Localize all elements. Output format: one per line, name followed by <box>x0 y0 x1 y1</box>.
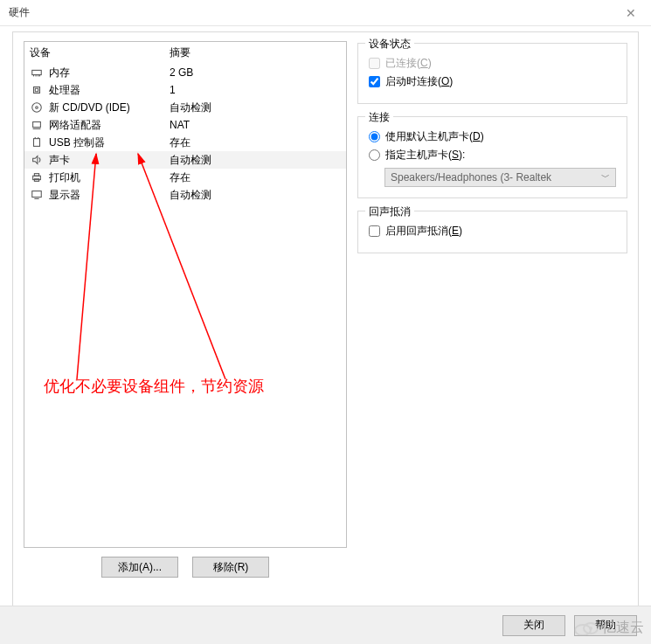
device-name: 声卡 <box>49 153 170 168</box>
help-button[interactable]: 帮助 <box>574 615 637 636</box>
combo-sound-device[interactable]: Speakers/Headphones (3- Realtek ﹀ <box>384 168 616 187</box>
radio-specify-host-sound[interactable]: 指定主机声卡(S): <box>369 148 616 163</box>
device-name: 网络适配器 <box>49 118 170 133</box>
radio-specify-input[interactable] <box>369 149 380 161</box>
svg-point-8 <box>36 107 38 109</box>
svg-rect-5 <box>34 87 40 93</box>
device-summary: 存在 <box>170 170 341 185</box>
device-name: 处理器 <box>49 83 170 98</box>
device-summary: 1 <box>170 84 341 96</box>
checkbox-connected-input <box>369 58 380 69</box>
close-button[interactable]: 关闭 <box>502 615 565 636</box>
printer-icon <box>30 170 44 184</box>
checkbox-startup-input[interactable] <box>369 76 380 87</box>
group-echo-cancel: 回声抵消 启用回声抵消(E) <box>357 211 627 253</box>
right-pane: 设备状态 已连接(C) 启动时连接(O) 连接 使用默认主机声卡(D) 指定主机… <box>357 41 627 597</box>
device-name: USB 控制器 <box>49 135 170 150</box>
device-row[interactable]: 声卡自动检测 <box>24 151 346 169</box>
checkbox-connect-at-startup[interactable]: 启动时连接(O) <box>369 74 616 89</box>
device-summary: 自动检测 <box>170 153 341 168</box>
column-summary: 摘要 <box>170 45 341 60</box>
svg-rect-11 <box>34 139 40 147</box>
device-row[interactable]: 新 CD/DVD (IDE)自动检测 <box>24 99 346 116</box>
device-summary: 存在 <box>170 135 341 150</box>
checkbox-connected: 已连接(C) <box>369 56 616 71</box>
combo-value: Speakers/Headphones (3- Realtek <box>391 171 551 184</box>
legend-echo: 回声抵消 <box>365 204 414 219</box>
device-row[interactable]: 处理器1 <box>24 81 346 99</box>
device-list: 设备 摘要 内存2 GB处理器1新 CD/DVD (IDE)自动检测网络适配器N… <box>24 41 347 548</box>
device-summary: NAT <box>170 119 341 131</box>
svg-point-7 <box>32 103 42 113</box>
device-name: 内存 <box>49 66 170 80</box>
dialog-footer: 关闭 帮助 <box>0 606 651 644</box>
column-device: 设备 <box>30 45 170 60</box>
device-name: 新 CD/DVD (IDE) <box>49 100 170 115</box>
svg-rect-15 <box>34 174 38 177</box>
remove-button[interactable]: 移除(R) <box>192 557 269 578</box>
device-name: 显示器 <box>49 188 170 203</box>
svg-rect-9 <box>33 122 41 128</box>
chevron-down-icon: ﹀ <box>601 171 610 184</box>
device-row[interactable]: 打印机存在 <box>24 169 346 186</box>
device-summary: 自动检测 <box>170 188 341 203</box>
window-title: 硬件 <box>9 5 30 20</box>
add-button[interactable]: 添加(A)... <box>101 557 178 578</box>
device-summary: 自动检测 <box>170 100 341 115</box>
annotation-text: 优化不必要设备组件，节约资源 <box>44 376 264 397</box>
cpu-icon <box>30 83 44 97</box>
cd-icon <box>30 100 44 114</box>
usb-icon <box>30 135 44 149</box>
device-row[interactable]: 内存2 GB <box>24 64 346 81</box>
network-icon <box>30 118 44 132</box>
radio-default-input[interactable] <box>369 131 380 142</box>
group-device-status: 设备状态 已连接(C) 启动时连接(O) <box>357 43 627 104</box>
legend-connection: 连接 <box>365 110 393 125</box>
device-row[interactable]: 网络适配器NAT <box>24 116 346 134</box>
close-icon[interactable]: ✕ <box>618 6 644 20</box>
device-list-header: 设备 摘要 <box>24 42 346 64</box>
display-icon <box>30 188 44 202</box>
radio-default-host-sound[interactable]: 使用默认主机声卡(D) <box>369 129 616 144</box>
svg-rect-0 <box>32 70 42 74</box>
content-frame: 设备 摘要 内存2 GB处理器1新 CD/DVD (IDE)自动检测网络适配器N… <box>12 31 639 606</box>
checkbox-echo-cancel[interactable]: 启用回声抵消(E) <box>369 224 616 239</box>
svg-rect-6 <box>35 88 38 92</box>
sound-icon <box>30 153 44 167</box>
left-pane: 设备 摘要 内存2 GB处理器1新 CD/DVD (IDE)自动检测网络适配器N… <box>24 41 347 597</box>
title-bar: 硬件 ✕ <box>0 0 651 26</box>
device-name: 打印机 <box>49 170 170 185</box>
device-summary: 2 GB <box>170 66 341 79</box>
svg-rect-17 <box>32 191 42 197</box>
memory-icon <box>30 66 44 80</box>
legend-status: 设备状态 <box>365 37 414 52</box>
device-buttons: 添加(A)... 移除(R) <box>24 557 347 578</box>
device-row[interactable]: 显示器自动检测 <box>24 186 346 204</box>
checkbox-echo-input[interactable] <box>369 225 380 237</box>
device-row[interactable]: USB 控制器存在 <box>24 134 346 151</box>
group-connection: 连接 使用默认主机声卡(D) 指定主机声卡(S): Speakers/Headp… <box>357 116 627 198</box>
